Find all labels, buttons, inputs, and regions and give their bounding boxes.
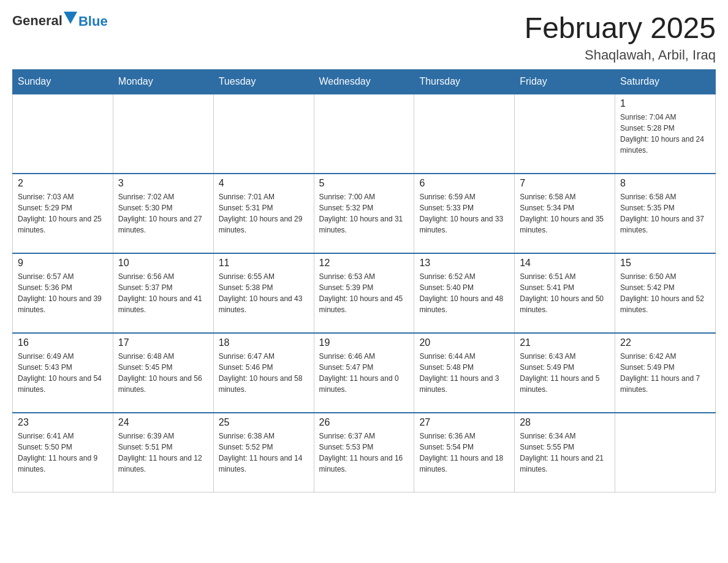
location-title: Shaqlawah, Arbil, Iraq: [525, 47, 716, 63]
day-info: Sunrise: 6:42 AMSunset: 5:49 PMDaylight:…: [620, 351, 710, 395]
day-number: 13: [419, 258, 509, 269]
logo-blue-text: Blue: [78, 13, 108, 29]
day-info: Sunrise: 6:59 AMSunset: 5:33 PMDaylight:…: [419, 191, 509, 236]
day-info: Sunrise: 6:39 AMSunset: 5:51 PMDaylight:…: [118, 431, 208, 475]
day-info: Sunrise: 6:46 AMSunset: 5:47 PMDaylight:…: [319, 351, 409, 395]
cell-week3-day2: 11 Sunrise: 6:55 AMSunset: 5:38 PMDaylig…: [213, 253, 314, 333]
day-number: 16: [18, 337, 108, 348]
cell-week1-day4: [414, 94, 515, 174]
day-info: Sunrise: 6:56 AMSunset: 5:37 PMDaylight:…: [118, 271, 208, 315]
day-number: 15: [620, 258, 710, 269]
day-number: 24: [118, 417, 208, 428]
cell-week5-day2: 25 Sunrise: 6:38 AMSunset: 5:52 PMDaylig…: [213, 413, 314, 492]
svg-marker-0: [64, 12, 77, 24]
header-thursday: Thursday: [414, 69, 515, 94]
cell-week4-day2: 18 Sunrise: 6:47 AMSunset: 5:46 PMDaylig…: [213, 333, 314, 413]
cell-week1-day6: 1 Sunrise: 7:04 AMSunset: 5:28 PMDayligh…: [615, 94, 716, 174]
day-number: 6: [419, 178, 509, 189]
cell-week4-day0: 16 Sunrise: 6:49 AMSunset: 5:43 PMDaylig…: [13, 333, 113, 413]
header-friday: Friday: [515, 69, 615, 94]
day-info: Sunrise: 6:58 AMSunset: 5:34 PMDaylight:…: [520, 191, 610, 236]
cell-week2-day5: 7 Sunrise: 6:58 AMSunset: 5:34 PMDayligh…: [515, 174, 615, 253]
cell-week1-day3: [314, 94, 414, 174]
day-number: 21: [520, 337, 610, 348]
header-sunday: Sunday: [13, 69, 113, 94]
cell-week3-day4: 13 Sunrise: 6:52 AMSunset: 5:40 PMDaylig…: [414, 253, 515, 333]
cell-week5-day0: 23 Sunrise: 6:41 AMSunset: 5:50 PMDaylig…: [13, 413, 113, 492]
weekday-header-row: Sunday Monday Tuesday Wednesday Thursday…: [13, 69, 716, 94]
day-info: Sunrise: 6:57 AMSunset: 5:36 PMDaylight:…: [18, 271, 108, 315]
logo-text: General: [12, 13, 63, 28]
day-number: 14: [520, 258, 610, 269]
day-info: Sunrise: 6:51 AMSunset: 5:41 PMDaylight:…: [520, 271, 610, 315]
cell-week5-day3: 26 Sunrise: 6:37 AMSunset: 5:53 PMDaylig…: [314, 413, 414, 492]
day-number: 4: [219, 178, 309, 189]
day-number: 20: [419, 337, 509, 348]
cell-week2-day4: 6 Sunrise: 6:59 AMSunset: 5:33 PMDayligh…: [414, 174, 515, 253]
week-row-2: 2 Sunrise: 7:03 AMSunset: 5:29 PMDayligh…: [13, 174, 716, 253]
day-number: 7: [520, 178, 610, 189]
page-header: General Blue February 2025 Shaqlawah, Ar…: [12, 12, 716, 63]
cell-week2-day1: 3 Sunrise: 7:02 AMSunset: 5:30 PMDayligh…: [113, 174, 213, 253]
cell-week2-day2: 4 Sunrise: 7:01 AMSunset: 5:31 PMDayligh…: [213, 174, 314, 253]
day-info: Sunrise: 6:37 AMSunset: 5:53 PMDaylight:…: [319, 431, 409, 475]
cell-week3-day0: 9 Sunrise: 6:57 AMSunset: 5:36 PMDayligh…: [13, 253, 113, 333]
day-number: 19: [319, 337, 409, 348]
week-row-3: 9 Sunrise: 6:57 AMSunset: 5:36 PMDayligh…: [13, 253, 716, 333]
day-info: Sunrise: 6:38 AMSunset: 5:52 PMDaylight:…: [219, 431, 309, 475]
day-info: Sunrise: 6:48 AMSunset: 5:45 PMDaylight:…: [118, 351, 208, 395]
cell-week4-day5: 21 Sunrise: 6:43 AMSunset: 5:49 PMDaylig…: [515, 333, 615, 413]
day-number: 12: [319, 258, 409, 269]
day-info: Sunrise: 6:53 AMSunset: 5:39 PMDaylight:…: [319, 271, 409, 315]
day-number: 2: [18, 178, 108, 189]
logo-triangle-icon: [64, 12, 77, 24]
day-number: 18: [219, 337, 309, 348]
cell-week3-day1: 10 Sunrise: 6:56 AMSunset: 5:37 PMDaylig…: [113, 253, 213, 333]
calendar-table: Sunday Monday Tuesday Wednesday Thursday…: [12, 69, 716, 493]
day-info: Sunrise: 7:02 AMSunset: 5:30 PMDaylight:…: [118, 191, 208, 236]
cell-week4-day6: 22 Sunrise: 6:42 AMSunset: 5:49 PMDaylig…: [615, 333, 716, 413]
cell-week1-day1: [113, 94, 213, 174]
day-number: 10: [118, 258, 208, 269]
day-info: Sunrise: 6:52 AMSunset: 5:40 PMDaylight:…: [419, 271, 509, 315]
cell-week1-day2: [213, 94, 314, 174]
cell-week1-day5: [515, 94, 615, 174]
header-monday: Monday: [113, 69, 213, 94]
cell-week5-day5: 28 Sunrise: 6:34 AMSunset: 5:55 PMDaylig…: [515, 413, 615, 492]
day-info: Sunrise: 7:00 AMSunset: 5:32 PMDaylight:…: [319, 191, 409, 236]
week-row-4: 16 Sunrise: 6:49 AMSunset: 5:43 PMDaylig…: [13, 333, 716, 413]
day-number: 17: [118, 337, 208, 348]
header-tuesday: Tuesday: [213, 69, 314, 94]
day-info: Sunrise: 6:50 AMSunset: 5:42 PMDaylight:…: [620, 271, 710, 315]
cell-week4-day3: 19 Sunrise: 6:46 AMSunset: 5:47 PMDaylig…: [314, 333, 414, 413]
header-wednesday: Wednesday: [314, 69, 414, 94]
day-number: 25: [219, 417, 309, 428]
logo: General Blue: [12, 12, 108, 29]
day-number: 23: [18, 417, 108, 428]
cell-week5-day1: 24 Sunrise: 6:39 AMSunset: 5:51 PMDaylig…: [113, 413, 213, 492]
cell-week2-day3: 5 Sunrise: 7:00 AMSunset: 5:32 PMDayligh…: [314, 174, 414, 253]
week-row-1: 1 Sunrise: 7:04 AMSunset: 5:28 PMDayligh…: [13, 94, 716, 174]
day-number: 22: [620, 337, 710, 348]
day-number: 5: [319, 178, 409, 189]
week-row-5: 23 Sunrise: 6:41 AMSunset: 5:50 PMDaylig…: [13, 413, 716, 492]
day-info: Sunrise: 6:34 AMSunset: 5:55 PMDaylight:…: [520, 431, 610, 475]
cell-week4-day4: 20 Sunrise: 6:44 AMSunset: 5:48 PMDaylig…: [414, 333, 515, 413]
day-info: Sunrise: 6:44 AMSunset: 5:48 PMDaylight:…: [419, 351, 509, 395]
cell-week3-day3: 12 Sunrise: 6:53 AMSunset: 5:39 PMDaylig…: [314, 253, 414, 333]
cell-week5-day6: [615, 413, 716, 492]
day-info: Sunrise: 6:47 AMSunset: 5:46 PMDaylight:…: [219, 351, 309, 395]
day-number: 26: [319, 417, 409, 428]
cell-week1-day0: [13, 94, 113, 174]
cell-week3-day6: 15 Sunrise: 6:50 AMSunset: 5:42 PMDaylig…: [615, 253, 716, 333]
day-info: Sunrise: 7:03 AMSunset: 5:29 PMDaylight:…: [18, 191, 108, 236]
cell-week2-day0: 2 Sunrise: 7:03 AMSunset: 5:29 PMDayligh…: [13, 174, 113, 253]
cell-week3-day5: 14 Sunrise: 6:51 AMSunset: 5:41 PMDaylig…: [515, 253, 615, 333]
month-title: February 2025: [525, 12, 716, 45]
day-info: Sunrise: 7:04 AMSunset: 5:28 PMDaylight:…: [620, 112, 710, 156]
day-info: Sunrise: 6:43 AMSunset: 5:49 PMDaylight:…: [520, 351, 610, 395]
day-number: 27: [419, 417, 509, 428]
cell-week4-day1: 17 Sunrise: 6:48 AMSunset: 5:45 PMDaylig…: [113, 333, 213, 413]
day-number: 28: [520, 417, 610, 428]
day-number: 9: [18, 258, 108, 269]
